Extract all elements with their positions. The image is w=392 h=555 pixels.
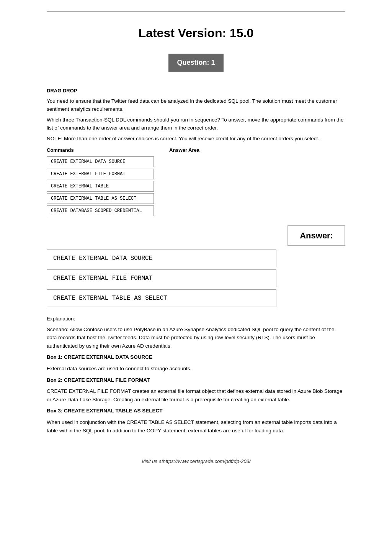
question-line-2: Which three Transaction-SQL DDL commands… bbox=[47, 116, 345, 132]
drag-drop-columns: Commands CREATE EXTERNAL DATA SOURCE CRE… bbox=[47, 146, 345, 218]
footer: Visit us athttps://www.certsgrade.com/pd… bbox=[47, 458, 345, 465]
question-line-1: You need to ensure that the Twitter feed… bbox=[47, 97, 345, 113]
answer-label: Answer: bbox=[287, 225, 345, 246]
explanation-box1-text: External data sources are used to connec… bbox=[47, 365, 345, 373]
box2-title: Box 2: CREATE EXTERNAL FILE FORMAT bbox=[47, 377, 150, 383]
commands-header: Commands bbox=[47, 146, 154, 154]
command-item[interactable]: CREATE EXTERNAL DATA SOURCE bbox=[47, 156, 154, 167]
answer-commands: CREATE EXTERNAL DATA SOURCE CREATE EXTER… bbox=[47, 250, 345, 307]
explanation-scenario: Scenario: Allow Contoso users to use Pol… bbox=[47, 325, 345, 350]
answer-area-column: Answer Area bbox=[169, 146, 276, 218]
question-line-3: NOTE: More than one order of answer choi… bbox=[47, 135, 345, 143]
command-item[interactable]: CREATE EXTERNAL FILE FORMAT bbox=[47, 169, 154, 179]
page-title: Latest Version: 15.0 bbox=[47, 24, 345, 42]
command-item[interactable]: CREATE EXTERNAL TABLE bbox=[47, 181, 154, 192]
explanation-box2: Box 2: CREATE EXTERNAL FILE FORMAT bbox=[47, 376, 345, 384]
box1-title: Box 1: CREATE EXTERNAL DATA SOURCE bbox=[47, 354, 152, 360]
command-item[interactable]: CREATE EXTERNAL TABLE AS SELECT bbox=[47, 193, 154, 204]
explanation-box3: Box 3: CREATE EXTERNAL TABLE AS SELECT bbox=[47, 407, 345, 415]
question-header: Question: 1 bbox=[168, 54, 223, 72]
commands-column: Commands CREATE EXTERNAL DATA SOURCE CRE… bbox=[47, 146, 154, 218]
answer-command-1: CREATE EXTERNAL DATA SOURCE bbox=[47, 250, 276, 267]
answer-section: Answer: bbox=[47, 225, 345, 246]
explanation-box1: Box 1: CREATE EXTERNAL DATA SOURCE bbox=[47, 353, 345, 361]
answer-area-header: Answer Area bbox=[169, 146, 276, 154]
explanation-box3-text: When used in conjunction with the CREATE… bbox=[47, 418, 345, 435]
box3-title: Box 3: CREATE EXTERNAL TABLE AS SELECT bbox=[47, 408, 163, 414]
footer-text: Visit us athttps://www.certsgrade.com/pd… bbox=[141, 458, 250, 464]
command-item[interactable]: CREATE DATABASE SCOPED CREDENTIAL bbox=[47, 205, 154, 216]
explanation-title: Explanation: bbox=[47, 315, 345, 323]
top-border bbox=[47, 11, 345, 12]
question-text: You need to ensure that the Twitter feed… bbox=[47, 97, 345, 143]
answer-command-2: CREATE EXTERNAL FILE FORMAT bbox=[47, 269, 276, 287]
answer-command-3: CREATE EXTERNAL TABLE AS SELECT bbox=[47, 289, 276, 307]
explanation-box2-text: CREATE EXTERNAL FILE FORMAT creates an e… bbox=[47, 387, 345, 404]
drag-drop-label: DRAG DROP bbox=[47, 87, 345, 95]
explanation-section: Explanation: Scenario: Allow Contoso use… bbox=[47, 315, 345, 435]
